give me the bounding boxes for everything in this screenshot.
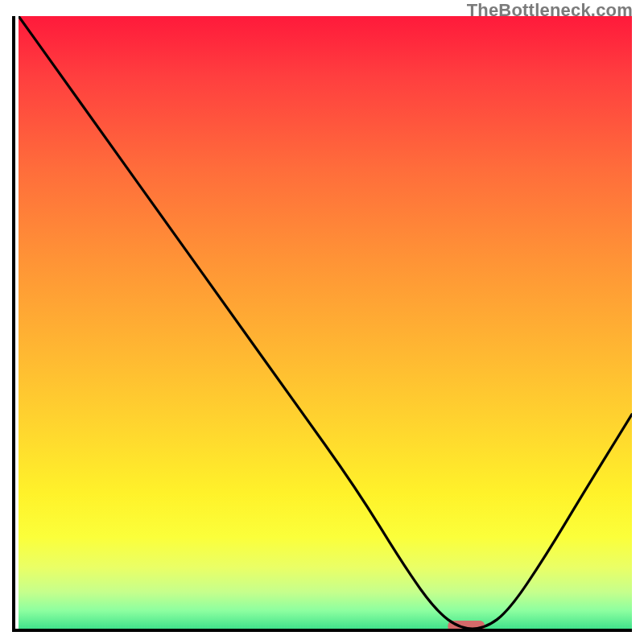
chart-frame [12, 16, 632, 632]
bottleneck-curve [19, 16, 632, 629]
chart-svg [19, 16, 632, 629]
plot-area [12, 16, 632, 632]
